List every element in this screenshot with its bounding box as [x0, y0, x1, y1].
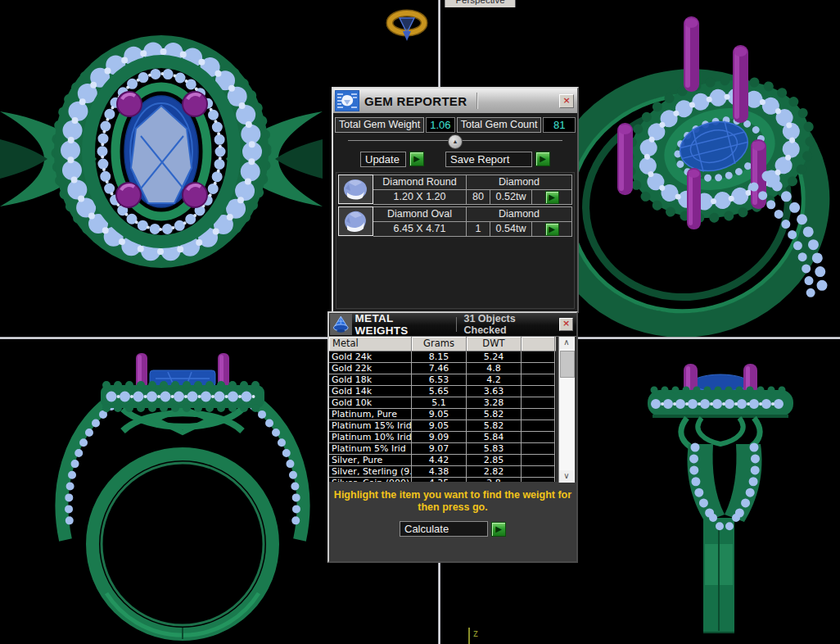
calculate-button[interactable]: Calculate — [400, 521, 488, 537]
grams-value: 9.05 — [412, 409, 467, 420]
titlebar-separator — [456, 317, 457, 332]
column-header-grams[interactable]: Grams — [412, 337, 467, 351]
metal-name: Platinum 10% Irid — [329, 432, 412, 443]
metal-name: Platinum, Pure — [329, 409, 412, 420]
table-row[interactable]: Platinum 15% Irid9.055.82 — [329, 420, 556, 432]
table-row[interactable]: Platinum 5% Irid9.075.83 — [329, 443, 556, 455]
table-row[interactable]: Platinum, Pure9.055.82 — [329, 409, 556, 420]
metal-name: Gold 14k — [329, 386, 412, 397]
calculate-go-icon[interactable]: ▶ — [491, 522, 506, 537]
empty-cell — [522, 432, 555, 443]
empty-cell — [522, 466, 555, 478]
gem-row-diamond-round[interactable]: Diamond Round Diamond 1.20 X 1.20 80 0.5… — [338, 175, 572, 205]
empty-cell — [522, 386, 555, 397]
table-row[interactable]: Gold 22k7.464.8 — [329, 363, 556, 374]
gem-row-diamond-oval[interactable]: Diamond Oval Diamond 6.45 X 4.71 1 0.54t… — [338, 206, 572, 237]
grams-value: 9.09 — [412, 432, 467, 443]
metal-weights-panel: METAL WEIGHTS 31 Objects Checked × Metal… — [327, 311, 578, 563]
grams-value: 8.15 — [412, 351, 467, 363]
instruction-text-line2: then press go. — [329, 501, 576, 514]
z-axis-label: z — [473, 628, 478, 639]
titlebar-separator — [476, 93, 477, 109]
gem-count: 80 — [467, 190, 490, 204]
dwt-value: 5.24 — [467, 351, 522, 363]
gem-thumbnail-icon — [338, 206, 373, 236]
scrollbar-thumb[interactable] — [560, 351, 575, 378]
gem-reporter-titlebar[interactable]: GEM REPORTER × — [333, 88, 577, 113]
dwt-value: 5.84 — [467, 432, 522, 443]
grams-value: 7.46 — [412, 363, 467, 374]
empty-cell — [522, 363, 555, 374]
gem-thumbnail-icon — [338, 175, 373, 204]
grams-value: 6.53 — [412, 374, 467, 386]
empty-cell — [522, 420, 555, 432]
dwt-value: 4.2 — [467, 374, 522, 386]
objects-checked-status: 31 Objects Checked — [463, 313, 559, 336]
table-scrollbar[interactable]: ∧ ∨ — [558, 337, 575, 483]
close-icon[interactable]: × — [559, 94, 574, 108]
empty-cell — [522, 374, 555, 386]
gem-go-icon[interactable]: ▶ — [545, 223, 559, 236]
gem-total-weight: 0.54tw — [490, 222, 532, 236]
metal-weights-footer: Highlight the item you want to find the … — [329, 482, 576, 561]
tab-perspective[interactable]: Perspective — [445, 0, 516, 7]
empty-cell — [522, 397, 555, 409]
metal-weights-titlebar[interactable]: METAL WEIGHTS 31 Objects Checked × — [329, 313, 576, 337]
metal-table-header: Metal Grams DWT — [329, 337, 556, 351]
gem-size: 1.20 X 1.20 — [373, 190, 467, 204]
application-window: z Perspective GEM REPORTER × Total Gem W… — [0, 0, 840, 644]
table-row[interactable]: Platinum 10% Irid9.095.84 — [329, 432, 556, 443]
metal-name: Gold 10k — [329, 397, 412, 409]
save-report-button[interactable]: Save Report — [445, 152, 532, 167]
grams-value: 5.65 — [412, 386, 467, 397]
metal-name: Silver, Sterling (9... — [329, 466, 412, 478]
gem-type: Diamond — [467, 207, 571, 221]
update-go-icon[interactable]: ▶ — [409, 152, 424, 166]
ring-side-view — [648, 364, 793, 633]
column-header-dwt[interactable]: DWT — [467, 337, 522, 351]
gem-reporter-panel: GEM REPORTER × Total Gem Weight 1.06 Tot… — [332, 87, 579, 313]
dwt-value: 4.8 — [467, 363, 522, 374]
dwt-value: 5.82 — [467, 409, 522, 420]
total-gem-count-value[interactable]: 81 — [543, 117, 576, 133]
metal-name: Silver, Pure — [329, 455, 412, 466]
scroll-down-icon[interactable]: ∨ — [559, 470, 574, 483]
empty-cell — [522, 351, 555, 363]
table-row[interactable]: Gold 24k8.155.24 — [329, 351, 556, 363]
column-header-metal[interactable]: Metal — [329, 337, 412, 351]
metal-weights-title: METAL WEIGHTS — [355, 312, 449, 337]
total-gem-weight-label: Total Gem Weight — [335, 117, 424, 133]
instruction-text-line1: Highlight the item you want to find the … — [329, 489, 576, 501]
ring-front-view — [61, 353, 303, 639]
gem-list: Diamond Round Diamond 1.20 X 1.20 80 0.5… — [336, 172, 575, 309]
grams-value: 4.38 — [412, 466, 467, 478]
update-button[interactable]: Update — [360, 152, 406, 167]
metal-name: Gold 18k — [329, 374, 412, 386]
grams-value: 9.05 — [412, 420, 467, 432]
total-gem-weight-value[interactable]: 1.06 — [426, 117, 455, 133]
mini-gold-ring — [390, 13, 424, 41]
empty-cell — [522, 443, 555, 455]
column-header-empty[interactable] — [522, 337, 555, 351]
scroll-up-icon[interactable]: ∧ — [559, 337, 574, 349]
gem-report-icon — [335, 90, 359, 111]
tab-perspective-label: Perspective — [445, 0, 515, 7]
gem-size: 6.45 X 4.71 — [373, 222, 467, 236]
grams-value: 4.42 — [412, 455, 467, 466]
table-row[interactable]: Silver, Pure4.422.85 — [329, 455, 556, 466]
table-row[interactable]: Silver, Sterling (9...4.382.82 — [329, 466, 556, 478]
gem-name: Diamond Oval — [373, 207, 467, 221]
dwt-value: 5.82 — [467, 420, 522, 432]
gem-go-icon[interactable]: ▶ — [545, 191, 559, 204]
metal-name: Gold 22k — [329, 363, 412, 374]
metal-name: Platinum 15% Irid — [329, 420, 412, 432]
table-row[interactable]: Gold 14k5.653.63 — [329, 386, 556, 397]
collapse-icon[interactable]: ▲ — [448, 134, 463, 149]
table-row[interactable]: Gold 10k5.13.28 — [329, 397, 556, 409]
save-report-go-icon[interactable]: ▶ — [535, 152, 550, 166]
metal-name: Platinum 5% Irid — [329, 443, 412, 455]
gem-type: Diamond — [467, 175, 571, 189]
scale-icon — [330, 314, 352, 335]
close-icon[interactable]: × — [559, 318, 573, 331]
table-row[interactable]: Gold 18k6.534.2 — [329, 374, 556, 386]
